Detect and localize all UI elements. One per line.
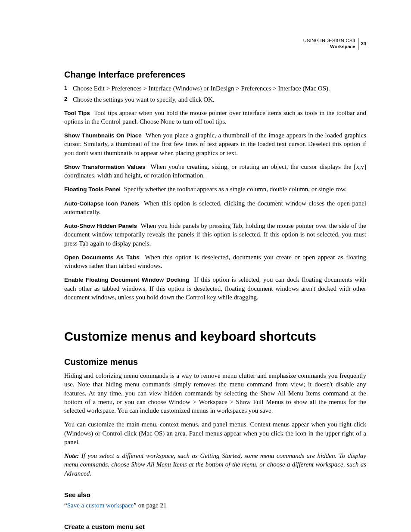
body-paragraph: You can customize the main menu, context… [64, 420, 366, 446]
definition-term: Open Documents As Tabs [64, 254, 140, 261]
see-also-line: “Save a custom workspace” on page 21 [64, 501, 366, 510]
content-area: Change Interface preferences Choose Edit… [64, 69, 366, 532]
definition-floating-tools: Floating Tools Panel Specify whether the… [64, 185, 366, 193]
definition-show-thumbnails: Show Thumbnails On Place When you place … [64, 131, 366, 157]
see-also-heading: See also [64, 491, 366, 499]
running-header-title: USING INDESIGN CS4 [303, 38, 355, 44]
definition-term: Auto-Collapse Icon Panels [64, 200, 139, 207]
note-label: Note: [64, 452, 79, 459]
definition-show-transformation: Show Transformation Values When you're c… [64, 162, 366, 180]
definition-term: Show Transformation Values [64, 164, 146, 170]
definition-auto-collapse: Auto-Collapse Icon Panels When this opti… [64, 199, 366, 217]
note-body: If you select a different workspace, suc… [64, 452, 366, 477]
cross-reference-link[interactable]: Save a custom workspace [67, 502, 134, 509]
chapter-heading: Customize menus and keyboard shortcuts [64, 328, 366, 345]
step-item: Choose Edit > Preferences > Interface (W… [64, 84, 366, 93]
definition-tool-tips: Tool Tips Tool tips appear when you hold… [64, 109, 366, 126]
page: USING INDESIGN CS4 Workspace 24 Change I… [0, 0, 411, 532]
definition-auto-show: Auto-Show Hidden Panels When you hide pa… [64, 221, 366, 248]
note-paragraph: Note: If you select a different workspac… [64, 451, 366, 478]
page-number: 24 [358, 38, 366, 50]
see-also-tail: ” on page 21 [134, 502, 166, 509]
running-header: USING INDESIGN CS4 Workspace 24 [303, 38, 366, 50]
definition-term: Auto-Show Hidden Panels [64, 223, 137, 229]
step-item: Choose the settings you want to specify,… [64, 95, 366, 104]
definition-open-as-tabs: Open Documents As Tabs When this option … [64, 253, 366, 271]
definition-term: Floating Tools Panel [64, 186, 121, 193]
quote-open: “ [64, 502, 67, 509]
definition-term: Show Thumbnails On Place [64, 132, 142, 139]
section-heading-change-interface: Change Interface preferences [64, 69, 366, 81]
procedure-steps: Choose Edit > Preferences > Interface (W… [64, 84, 366, 104]
definition-enable-docking: Enable Floating Document Window Docking … [64, 275, 366, 302]
section-heading-customize-menus: Customize menus [64, 356, 366, 368]
definition-term: Tool Tips [64, 110, 90, 116]
definition-body: Tool tips appear when you hold the mouse… [64, 109, 366, 125]
section-heading-create-menu-set: Create a custom menu set [64, 523, 366, 531]
running-header-section: Workspace [303, 44, 355, 50]
definition-body: Specify whether the toolbar appears as a… [124, 186, 347, 193]
definition-term: Enable Floating Document Window Docking [64, 277, 189, 283]
body-paragraph: Hiding and colorizing menu commands is a… [64, 371, 366, 415]
